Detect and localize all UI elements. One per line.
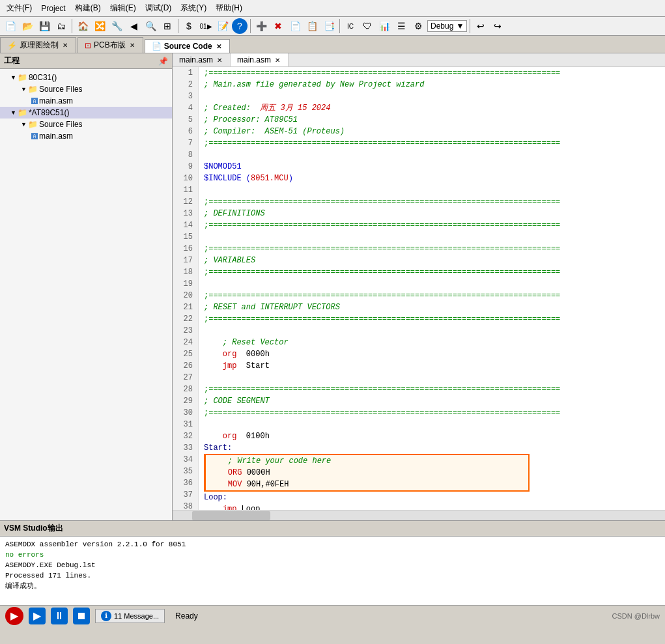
code-line-9: $NOMOD51	[204, 161, 660, 173]
tab-source-close[interactable]: ✕	[215, 42, 223, 50]
dollar-button[interactable]: $	[181, 18, 197, 34]
code-line-13: ; DEFINITIONS	[204, 208, 660, 219]
output-line-5: 编译成功。	[5, 581, 660, 591]
messages-label: 11 Message...	[114, 612, 159, 620]
code-line-10: $INCLUDE (8051.MCU)	[204, 173, 660, 184]
icon2-button[interactable]: 🛡	[360, 18, 375, 34]
search-button[interactable]: 🔍	[143, 18, 158, 34]
tab-pcb[interactable]: ⊡ PCB布版 ✕	[78, 37, 143, 53]
code-line-14: ;=======================================…	[204, 219, 660, 231]
sidebar-content: ▼ 📁 80C31() ▼ 📁 Source Files 🅰 main.asm …	[0, 69, 172, 520]
sidebar-pin[interactable]: 📌	[158, 57, 168, 66]
debug-dropdown[interactable]: Debug ▼	[427, 20, 467, 32]
code-tabs: main.asm ✕ main.asm ✕	[173, 53, 665, 67]
output-line-1: ASEMDDX assembler version 2.2.1.0 for 80…	[5, 539, 660, 550]
code-line-12: ;=======================================…	[204, 196, 660, 208]
code-line-15	[204, 231, 660, 243]
save-button[interactable]: 💾	[36, 18, 52, 34]
code-content[interactable]: 12345 678910 1112131415 1617181920 21222…	[173, 67, 665, 510]
code-line-7: ;=======================================…	[204, 137, 660, 149]
code-tab-1[interactable]: main.asm ✕	[173, 53, 231, 66]
list-button[interactable]: ☰	[393, 18, 409, 34]
code-line-2: ; Main.asm file generated by New Project…	[204, 79, 660, 91]
menu-build[interactable]: 构建(B)	[71, 1, 105, 15]
chip-button[interactable]: 🔧	[109, 18, 124, 34]
menu-help[interactable]: 帮助(H)	[212, 1, 246, 15]
code-line-4: ; Created: 周五 3月 15 2024	[204, 102, 660, 114]
play-button[interactable]: ▶	[5, 607, 23, 625]
doc3-button[interactable]: 📑	[321, 18, 337, 34]
toolbar-separator-5	[470, 19, 470, 33]
folder-icon: 📁	[18, 73, 27, 82]
arrow-down-icon-4: ▼	[21, 121, 27, 128]
code-line-1: ;=======================================…	[204, 67, 660, 79]
toolbar-separator-3	[250, 19, 251, 33]
tab-pcb-label: PCB布版	[94, 40, 126, 51]
arrow-down-icon-3: ▼	[10, 109, 16, 116]
menu-edit[interactable]: 编辑(E)	[106, 1, 140, 15]
toolbar: 📄 📂 💾 🗂 🏠 🔀 🔧 ◀ 🔍 ⊞ $ 01▶ 📝 ? ➕ ✖ 📄 📋 📑 …	[0, 17, 665, 36]
stop-button[interactable]: ⏹	[73, 608, 90, 624]
doc-button[interactable]: 📄	[287, 18, 303, 34]
info-icon: ℹ	[101, 611, 111, 621]
settings-button[interactable]: ⚙	[410, 18, 426, 34]
undo-button[interactable]: ↩	[473, 18, 488, 34]
sidebar-title: 工程	[4, 55, 20, 66]
sidebar-item-80c31[interactable]: ▼ 📁 80C31()	[0, 72, 172, 83]
folder-icon-2: 📁	[28, 85, 38, 94]
icon3-button[interactable]: 📊	[376, 18, 392, 34]
binary-button[interactable]: 01▶	[198, 18, 214, 34]
sidebar-sourcefiles1-label: Source Files	[39, 85, 83, 94]
tab-pcb-close[interactable]: ✕	[128, 42, 136, 49]
statusbar: ▶ ▶ ⏸ ⏹ ℹ 11 Message... Ready CSDN @Dlrb…	[0, 605, 665, 626]
sidebar-item-sourcefiles-1[interactable]: ▼ 📁 Source Files	[0, 83, 172, 95]
code-line-29: ; CODE SEGMENT	[204, 395, 660, 407]
back-button[interactable]: ◀	[126, 18, 141, 34]
new-button[interactable]: 📄	[3, 18, 18, 34]
code-tab1-label: main.asm	[179, 55, 213, 64]
add-button[interactable]: ➕	[253, 18, 269, 34]
save-all-button[interactable]: 🗂	[53, 18, 69, 34]
code-line-22: ;=======================================…	[204, 313, 660, 325]
menu-project[interactable]: Project	[37, 3, 69, 14]
doc2-button[interactable]: 📋	[304, 18, 320, 34]
home-button[interactable]: 🏠	[75, 18, 91, 34]
code-line-21: ; RESET and INTERRUPT VECTORS	[204, 301, 660, 313]
tab-schematic-close[interactable]: ✕	[61, 42, 69, 49]
sidebar-item-mainasm-2[interactable]: 🅰 main.asm	[0, 130, 172, 142]
help-button[interactable]: ?	[232, 18, 248, 34]
code-tab2-close[interactable]: ✕	[274, 56, 281, 64]
arrow-down-icon: ▼	[10, 74, 16, 81]
menu-system[interactable]: 系统(Y)	[177, 1, 210, 15]
remove-button[interactable]: ✖	[270, 18, 286, 34]
file-icon-1: 🅰	[31, 98, 38, 105]
sidebar-item-at89c51[interactable]: ▼ 📁 *AT89C51()	[0, 107, 172, 119]
output-line-2: no errors	[5, 550, 660, 560]
horizontal-scrollbar[interactable]	[173, 510, 665, 520]
output-line-3: ASEMDDY.EXE Debug.lst	[5, 560, 660, 570]
folder-icon-3: 📁	[18, 108, 27, 117]
component-button[interactable]: IC	[343, 18, 358, 34]
toolbar-separator-1	[72, 19, 72, 33]
text-button[interactable]: 📝	[215, 18, 231, 34]
sidebar-item-mainasm-1[interactable]: 🅰 main.asm	[0, 95, 172, 107]
output-title: VSM Studio输出	[4, 524, 63, 533]
nav-button[interactable]: 🔀	[92, 18, 107, 34]
redo-button[interactable]: ↪	[490, 18, 505, 34]
csdn-label: CSDN @Dlrbw	[612, 612, 660, 620]
messages-panel[interactable]: ℹ 11 Message...	[95, 609, 165, 623]
code-line-23	[204, 325, 660, 337]
tab-source-code[interactable]: 📄 Source Code ✕	[145, 39, 230, 53]
open-button[interactable]: 📂	[20, 18, 35, 34]
code-line-34: ; Write your code here	[204, 454, 530, 467]
editor-area: main.asm ✕ main.asm ✕ 12345 678910 11121…	[173, 53, 665, 520]
grid-button[interactable]: ⊞	[160, 18, 175, 34]
code-tab-2[interactable]: main.asm ✕	[231, 53, 289, 66]
menu-file[interactable]: 文件(F)	[3, 1, 36, 15]
step-play-button[interactable]: ▶	[29, 608, 46, 624]
menu-debug[interactable]: 调试(D)	[141, 1, 176, 15]
code-tab1-close[interactable]: ✕	[216, 56, 223, 64]
pause-button[interactable]: ⏸	[51, 608, 68, 624]
tab-schematic[interactable]: ⚡ 原理图绘制 ✕	[0, 37, 76, 53]
sidebar-item-sourcefiles-2[interactable]: ▼ 📁 Source Files	[0, 119, 172, 130]
